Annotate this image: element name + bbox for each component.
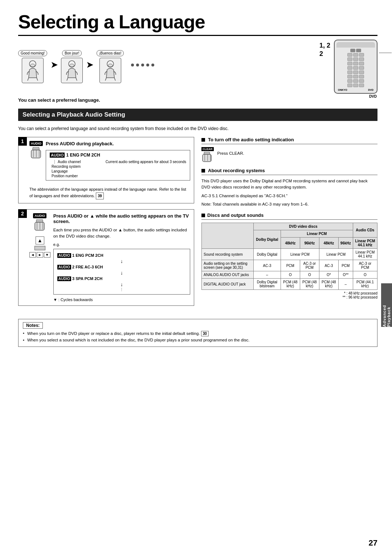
row-audio-header: Audio setting on the setting screen (see… (202, 260, 254, 271)
row-analog-col5: O** (338, 271, 353, 279)
audio-icon-label-2: AUDIO (33, 213, 46, 218)
svg-line-11 (114, 78, 115, 81)
table-row-digital: DIGITAL AUDIO OUT jack Dolby Digital bit… (202, 279, 377, 290)
step-2-badge: 2 (18, 209, 27, 218)
audio-icon-label: AUDIO (29, 141, 43, 146)
turn-off-header: To turn off the audio setting indication (201, 137, 377, 144)
figure-1-bubble: Good morning! (18, 50, 47, 56)
audio-row2-text: 2 FRE AC-3 6CH (72, 265, 103, 269)
figure-3-bubble: ¡Buenos dias! (97, 50, 124, 56)
note1-ref: 30 (201, 331, 209, 336)
table-header-cd-linear: Linear PCM 44.1 kHz (353, 238, 377, 249)
figure-2-bubble: Bon jour! (62, 50, 82, 56)
svg-line-2 (28, 78, 29, 81)
step-2-title: Press AUDIO or ▲ while the audio setting… (53, 213, 190, 224)
recording-header: About recording systems (201, 168, 377, 175)
recording-text-2: AC-3 5.1 Channel is displayed as "AC-3 6… (201, 193, 377, 199)
row-analog-col4: O* (319, 271, 338, 279)
square-bullet-1 (201, 138, 205, 142)
dvd-corner-label: DVD (369, 94, 377, 98)
clear-label-icon: CLEAR (201, 147, 214, 151)
svg-line-6 (67, 78, 68, 81)
step-2-text-area: Press AUDIO or ▲ while the audio setting… (53, 213, 190, 302)
audio-display-row: AUDIO 1 ENG PCM 2CH (50, 153, 186, 158)
table-row-analog: ANALOG AUDIO OUT jacks – O O O* O** O (202, 271, 377, 279)
svg-line-3 (37, 78, 38, 81)
ref-box-39: 39 (96, 193, 103, 199)
remote-section: 1, 2 2 (312, 40, 377, 94)
table-header-dvd: DVD video discs (253, 223, 353, 230)
notes-box: Notes: When you turn on the DVD player o… (18, 319, 377, 347)
table-header-linear-pcm: Linear PCM (281, 230, 353, 238)
down-arrow-1: ↓ (57, 259, 186, 264)
bottom-btns: ◄ ► ▼ (29, 252, 50, 258)
row-digital-header: DIGITAL AUDIO OUT jack (202, 279, 254, 290)
discs-table-section: Discs and output sounds DVD video discs … (201, 212, 377, 299)
note-item-2: When you select a sound which is not inc… (23, 338, 373, 342)
audio-label-r3: AUDIO (57, 276, 71, 281)
table-row-audio-setting: Audio setting on the setting screen (see… (202, 260, 377, 271)
dots-row (131, 64, 154, 66)
row-audio-col1: AC-3 (253, 260, 281, 271)
row-sound-linear: Linear PCM (281, 249, 319, 260)
row-digital-col2: PCM (48 kHz) (281, 279, 300, 290)
section-title-bar: Selecting a Playback Audio Setting (18, 109, 377, 121)
row-analog-col1: – (253, 271, 281, 279)
position-number-label: Position number (52, 174, 106, 178)
table-header-96khz-b: 96kHz (338, 238, 353, 249)
arrow-2: ➤ (86, 60, 93, 70)
svg-point-9 (108, 64, 113, 67)
step-1-content: AUDIO Press AUDIO during playback. (19, 137, 194, 203)
dot-2 (136, 64, 139, 66)
audio-cycle-box: AUDIO 1 ENG PCM 2CH ↓ AUDIO 2 FRE AC-3 6… (53, 249, 190, 295)
step-1-right: Press AUDIO during playback. AUDIO 1 ENG… (46, 141, 190, 183)
square-bullet-2 (201, 169, 205, 173)
row-digital-col1: Dolby Digital bitstream (253, 279, 281, 290)
dot-3 (141, 64, 144, 66)
hand-icon-step1 (30, 147, 43, 162)
turn-off-text: Press CLEAR. (217, 150, 244, 157)
clear-hand-row: CLEAR Press CLEAR. (201, 147, 377, 165)
figure-3-person (99, 58, 121, 83)
cycles-text: ▼ : Cycles backwards (53, 297, 190, 302)
step-numbers-label: 1, 2 2 (319, 40, 330, 58)
arrow-1: ➤ (51, 60, 57, 70)
title-underline (18, 35, 377, 36)
remote-top (336, 42, 375, 48)
svg-line-7 (76, 78, 77, 81)
audio-channel-label: Audio channel (54, 160, 106, 164)
sidebar-tab-label: Advanced Playback (382, 283, 391, 327)
audio-row3-text: 3 SPA PCM 2CH (72, 276, 102, 281)
audio-row-3: AUDIO 3 SPA PCM 2CH (57, 276, 186, 281)
section-intro: You can select a preferred language and … (18, 126, 377, 131)
table-header-48khz-b: 48kHz (319, 238, 338, 249)
dot-4 (146, 64, 149, 66)
page-number: 27 (369, 538, 377, 548)
row-audio-col5: PCM (338, 260, 353, 271)
clear-hand-icon (202, 152, 213, 165)
recording-text-3: Note: Total channels available in AC-3 m… (201, 201, 377, 207)
language-figures: Good morning! ➤ Bon jour! (18, 40, 305, 94)
row-sound-cd: Linear PCM 44.1 kHz (353, 249, 377, 260)
figure-3: ¡Buenos dias! (97, 50, 124, 83)
recording-title: About recording systems (208, 168, 265, 173)
table-footnotes: * : 48 kHz processed ** : 96 kHz process… (201, 291, 377, 299)
dotted-continuation: ⋮ (57, 287, 186, 291)
audio-display-diagram: AUDIO 1 ENG PCM 2CH Audio channel (46, 150, 190, 181)
square-bullet-3 (201, 214, 205, 217)
down-arrow-2: ↓ (57, 270, 186, 275)
step-1-badge: 1 (18, 137, 27, 146)
btn-right: ► (37, 252, 43, 258)
row-analog-col3: O (300, 271, 319, 279)
btn-down: ▼ (44, 252, 50, 258)
table-header-dolby: Dolby Digital (253, 230, 281, 249)
audio-display-box: AUDIO 1 ENG PCM 2CH Audio channel (46, 150, 190, 181)
audio-row-2: AUDIO 2 FRE AC-3 6CH (57, 265, 186, 269)
step-1-container: 1 AUDIO (18, 137, 194, 203)
audio-label-r2: AUDIO (57, 265, 71, 270)
btn-left: ◄ (29, 252, 36, 258)
audio-row-1: AUDIO 1 ENG PCM 2CH (57, 253, 186, 258)
step-1-title: Press AUDIO during playback. (46, 141, 190, 146)
row-analog-col2: O (281, 271, 300, 279)
abbrev-text: The abbreviation of the language appears… (29, 186, 190, 199)
